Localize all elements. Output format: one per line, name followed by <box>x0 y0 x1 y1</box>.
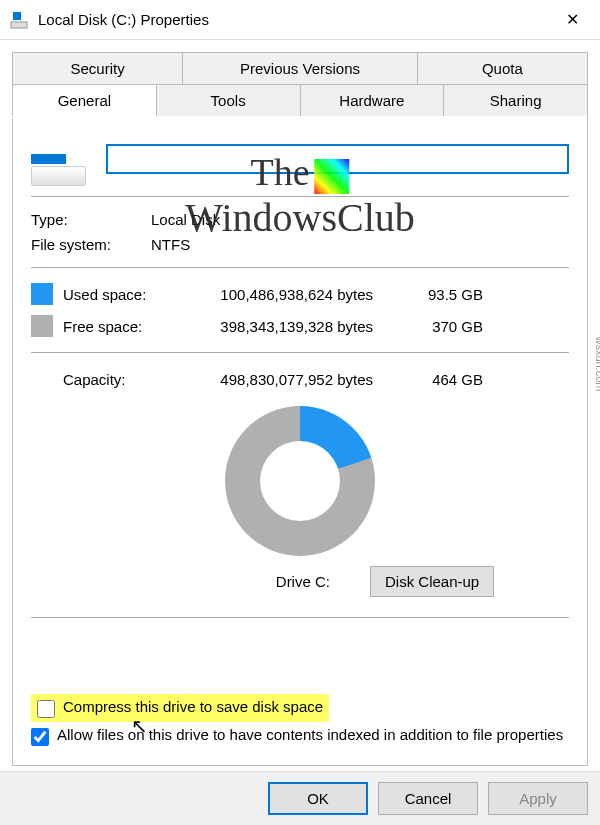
tab-security[interactable]: Security <box>12 52 183 85</box>
type-label: Type: <box>31 211 151 228</box>
free-space-label: Free space: <box>63 318 193 335</box>
tabs-container: Security Previous Versions Quota General… <box>0 40 600 116</box>
tab-quota[interactable]: Quota <box>417 52 588 85</box>
free-swatch-icon <box>31 315 53 337</box>
compress-option-row[interactable]: Compress this drive to save disk space ↖ <box>31 694 329 722</box>
tab-general[interactable]: General <box>12 85 157 116</box>
tab-previous-versions[interactable]: Previous Versions <box>182 52 418 85</box>
type-value: Local Disk <box>151 211 569 228</box>
disk-cleanup-button[interactable]: Disk Clean-up <box>370 566 494 597</box>
general-panel: Type: Local Disk File system: NTFS Used … <box>12 116 588 766</box>
disk-usage-pie-chart <box>225 406 375 556</box>
capacity-bytes: 498,830,077,952 bytes <box>193 371 403 388</box>
used-space-label: Used space: <box>63 286 193 303</box>
cancel-button[interactable]: Cancel <box>378 782 478 815</box>
title-bar: Local Disk (C:) Properties ✕ <box>0 0 600 40</box>
divider <box>31 617 569 618</box>
index-checkbox[interactable] <box>31 728 49 746</box>
dialog-buttons: OK Cancel Apply <box>0 771 600 825</box>
used-space-gb: 93.5 GB <box>403 286 483 303</box>
divider <box>31 196 569 197</box>
side-watermark: wsxdn.com <box>594 336 600 391</box>
cursor-icon: ↖ <box>131 714 148 738</box>
tab-sharing[interactable]: Sharing <box>443 85 588 116</box>
filesystem-label: File system: <box>31 236 151 253</box>
tab-tools[interactable]: Tools <box>156 85 301 116</box>
compress-checkbox[interactable] <box>37 700 55 718</box>
used-space-bytes: 100,486,938,624 bytes <box>193 286 403 303</box>
free-space-gb: 370 GB <box>403 318 483 335</box>
tab-hardware[interactable]: Hardware <box>300 85 445 116</box>
used-swatch-icon <box>31 283 53 305</box>
capacity-label: Capacity: <box>63 371 193 388</box>
filesystem-value: NTFS <box>151 236 569 253</box>
free-space-bytes: 398,343,139,328 bytes <box>193 318 403 335</box>
drive-titlebar-icon <box>8 9 30 31</box>
divider <box>31 352 569 353</box>
window-title: Local Disk (C:) Properties <box>38 11 552 28</box>
drive-chart-label: Drive C: <box>276 573 330 590</box>
capacity-gb: 464 GB <box>403 371 483 388</box>
apply-button[interactable]: Apply <box>488 782 588 815</box>
ok-button[interactable]: OK <box>268 782 368 815</box>
close-button[interactable]: ✕ <box>552 10 592 29</box>
compress-label: Compress this drive to save disk space <box>63 698 323 715</box>
drive-icon <box>31 131 86 186</box>
svg-rect-0 <box>11 22 27 28</box>
svg-rect-1 <box>13 12 21 20</box>
options-section: Compress this drive to save disk space ↖… <box>31 694 569 750</box>
divider <box>31 267 569 268</box>
drive-name-input[interactable] <box>106 144 569 174</box>
index-option-row[interactable]: Allow files on this drive to have conten… <box>31 722 569 750</box>
